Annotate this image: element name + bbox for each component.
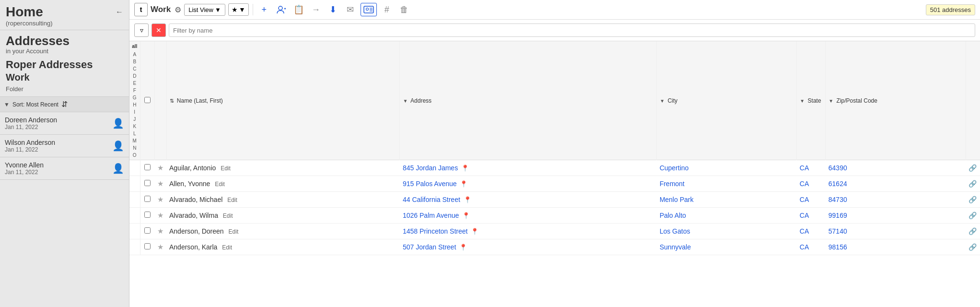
star-toggle-icon[interactable]: ★ <box>157 195 163 203</box>
email-button[interactable]: ✉ <box>343 3 358 16</box>
row-link-icon[interactable]: 🔗 <box>968 227 977 235</box>
alpha-letter-N[interactable]: N <box>129 144 140 152</box>
alpha-letter-H[interactable]: H <box>129 101 140 108</box>
td-city-5[interactable]: Sunnyvale <box>657 239 797 255</box>
edit-link-1[interactable]: Edit <box>215 181 225 188</box>
alpha-letter-A[interactable]: A <box>129 51 140 58</box>
alpha-letter-O[interactable]: O <box>129 152 140 159</box>
filter-funnel-button[interactable]: ▿ <box>134 24 149 37</box>
td-checkbox-4[interactable] <box>140 224 154 239</box>
td-address-5[interactable]: 507 Jordan Street 📍 <box>400 239 657 255</box>
filter-clear-button[interactable]: ✕ <box>152 24 166 37</box>
row-link-icon[interactable]: 🔗 <box>968 180 977 188</box>
gear-icon[interactable]: ⚙ <box>175 5 181 14</box>
edit-link-5[interactable]: Edit <box>222 244 232 251</box>
td-star-5[interactable]: ★ <box>154 239 166 255</box>
collapse-arrow-icon[interactable]: ← <box>116 8 123 16</box>
td-address-2[interactable]: 44 California Street 📍 <box>400 192 657 208</box>
row-checkbox-2[interactable] <box>144 196 151 202</box>
edit-link-4[interactable]: Edit <box>229 228 239 235</box>
move-button[interactable]: → <box>309 3 323 16</box>
td-checkbox-5[interactable] <box>140 239 154 255</box>
edit-link-2[interactable]: Edit <box>227 197 237 203</box>
row-link-icon[interactable]: 🔗 <box>968 196 977 203</box>
td-star-2[interactable]: ★ <box>154 192 166 208</box>
td-checkbox-1[interactable] <box>140 176 154 192</box>
alpha-letter-D[interactable]: D <box>129 72 140 80</box>
sidebar-contact-item[interactable]: Doreen Anderson Jan 11, 2022 👤 <box>0 112 129 135</box>
copy-button[interactable]: 📋 <box>292 3 306 16</box>
star-toggle-icon[interactable]: ★ <box>157 243 163 251</box>
sidebar-roper-addresses[interactable]: Roper Addresses <box>0 57 129 72</box>
delete-button[interactable]: 🗑 <box>397 3 411 16</box>
row-link-icon[interactable]: 🔗 <box>968 212 977 219</box>
td-address-3[interactable]: 1026 Palm Avenue 📍 <box>400 208 657 224</box>
edit-link-3[interactable]: Edit <box>223 213 233 219</box>
sort-order-icon[interactable]: ⇵ <box>61 100 68 109</box>
alpha-letter-E[interactable]: E <box>129 80 140 87</box>
alpha-letter-G[interactable]: G <box>129 94 140 101</box>
th-actions <box>966 41 980 160</box>
th-state[interactable]: ▼ State <box>797 41 826 160</box>
row-link-icon[interactable]: 🔗 <box>968 243 977 251</box>
alpha-letter-all[interactable]: all <box>129 42 140 51</box>
add-button[interactable]: + <box>257 3 271 16</box>
alpha-letter-B[interactable]: B <box>129 58 140 65</box>
alpha-letter-M[interactable]: M <box>129 137 140 144</box>
hashtag-button[interactable]: # <box>380 3 394 16</box>
t-button[interactable]: t <box>134 3 148 16</box>
td-city-0[interactable]: Cupertino <box>657 160 797 176</box>
star-filter-button[interactable]: ★ ▼ <box>228 3 249 16</box>
td-city-3[interactable]: Palo Alto <box>657 208 797 224</box>
td-star-4[interactable]: ★ <box>154 224 166 239</box>
th-address[interactable]: ▼ Address <box>400 41 657 160</box>
alpha-letter-J[interactable]: J <box>129 116 140 123</box>
td-link-icon-5[interactable]: 🔗 <box>966 239 980 255</box>
row-checkbox-1[interactable] <box>144 180 151 186</box>
th-city[interactable]: ▼ City <box>657 41 797 160</box>
edit-link-0[interactable]: Edit <box>221 165 231 172</box>
td-address-1[interactable]: 915 Palos Avenue 📍 <box>400 176 657 192</box>
row-checkbox-5[interactable] <box>144 243 151 249</box>
td-address-4[interactable]: 1458 Princeton Street 📍 <box>400 224 657 239</box>
star-toggle-icon[interactable]: ★ <box>157 179 163 188</box>
td-checkbox-3[interactable] <box>140 208 154 224</box>
alpha-letter-F[interactable]: F <box>129 87 140 94</box>
alpha-letter-I[interactable]: I <box>129 108 140 116</box>
td-city-1[interactable]: Fremont <box>657 176 797 192</box>
contacts-card-button[interactable] <box>361 3 377 16</box>
td-link-icon-2[interactable]: 🔗 <box>966 192 980 208</box>
alpha-letter-C[interactable]: C <box>129 65 140 72</box>
row-checkbox-3[interactable] <box>144 212 151 218</box>
select-all-checkbox[interactable] <box>144 97 151 103</box>
td-link-icon-0[interactable]: 🔗 <box>966 160 980 176</box>
td-address-0[interactable]: 845 Jordan James 📍 <box>400 160 657 176</box>
td-link-icon-4[interactable]: 🔗 <box>966 224 980 239</box>
star-toggle-icon[interactable]: ★ <box>157 211 163 219</box>
td-checkbox-2[interactable] <box>140 192 154 208</box>
star-toggle-icon[interactable]: ★ <box>157 164 163 172</box>
alpha-letter-L[interactable]: L <box>129 130 140 137</box>
td-star-3[interactable]: ★ <box>154 208 166 224</box>
td-star-1[interactable]: ★ <box>154 176 166 192</box>
add-person-button[interactable] <box>274 3 289 16</box>
td-city-2[interactable]: Menlo Park <box>657 192 797 208</box>
sidebar-contact-item[interactable]: Wilson Anderson Jan 11, 2022 👤 <box>0 135 129 157</box>
th-name[interactable]: ⇅ Name (Last, First) <box>166 41 400 160</box>
star-toggle-icon[interactable]: ★ <box>157 227 163 235</box>
filter-input[interactable] <box>169 24 975 37</box>
download-button[interactable]: ⬇ <box>326 3 340 16</box>
row-link-icon[interactable]: 🔗 <box>968 164 977 172</box>
td-star-0[interactable]: ★ <box>154 160 166 176</box>
sidebar-contact-item[interactable]: Yvonne Allen Jan 11, 2022 👤 <box>0 157 129 180</box>
td-link-icon-1[interactable]: 🔗 <box>966 176 980 192</box>
td-link-icon-3[interactable]: 🔗 <box>966 208 980 224</box>
td-city-4[interactable]: Los Gatos <box>657 224 797 239</box>
row-checkbox-0[interactable] <box>144 164 151 170</box>
list-view-button[interactable]: List View ▼ <box>184 4 225 16</box>
alpha-letter-K[interactable]: K <box>129 123 140 130</box>
row-checkbox-4[interactable] <box>144 227 151 234</box>
td-checkbox-0[interactable] <box>140 160 154 176</box>
th-zip[interactable]: ▼ Zip/Postal Code <box>826 41 966 160</box>
th-select-all[interactable] <box>140 41 154 160</box>
